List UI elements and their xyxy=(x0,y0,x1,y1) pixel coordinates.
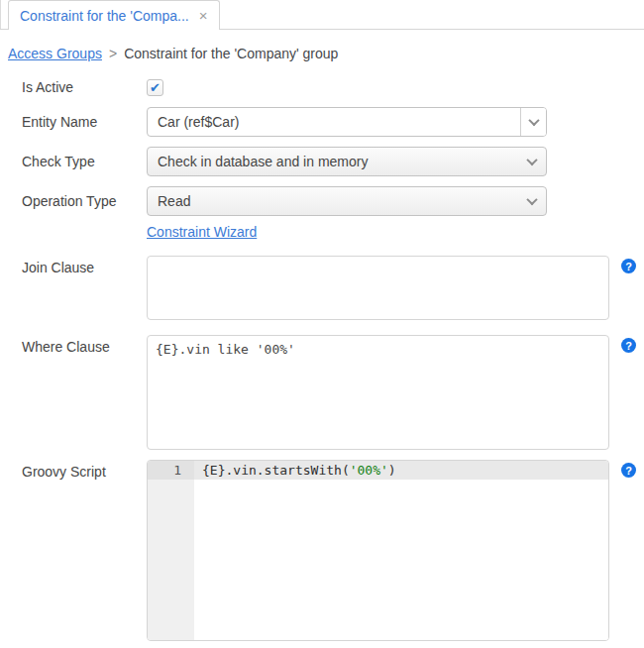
field-row-where-clause: Where Clause {E}.vin like '00%' ? xyxy=(0,335,644,450)
tab-bar: Constraint for the 'Compa... × xyxy=(0,0,644,30)
field-row-wizard: Constraint Wizard xyxy=(0,223,644,241)
where-clause-label: Where Clause xyxy=(22,335,147,355)
field-row-check-type: Check Type Check in database and in memo… xyxy=(0,147,644,176)
line-number: 1 xyxy=(148,461,194,480)
operation-type-label: Operation Type xyxy=(22,193,147,209)
chevron-down-icon xyxy=(528,115,539,126)
entity-name-combobox[interactable]: Car (ref$Car) xyxy=(147,107,547,137)
check-type-select[interactable]: Check in database and in memory xyxy=(147,147,547,176)
constraint-wizard-link[interactable]: Constraint Wizard xyxy=(147,224,257,240)
check-type-value: Check in database and in memory xyxy=(158,154,528,169)
code-editor-empty-area xyxy=(148,480,608,640)
operation-type-value: Read xyxy=(158,193,528,209)
chevron-down-icon xyxy=(526,155,537,165)
is-active-label: Is Active xyxy=(22,79,147,95)
groovy-script-label: Groovy Script xyxy=(22,460,147,480)
breadcrumb-separator: > xyxy=(109,46,117,61)
entity-name-dropdown-button[interactable] xyxy=(520,108,546,136)
help-icon[interactable]: ? xyxy=(621,463,636,478)
entity-name-label: Entity Name xyxy=(22,114,147,130)
field-row-join-clause: Join Clause ? xyxy=(0,256,644,320)
entity-name-value: Car (ref$Car) xyxy=(148,114,520,130)
tab-bar-left-edge xyxy=(0,0,1,30)
join-clause-label: Join Clause xyxy=(22,256,147,275)
field-row-operation-type: Operation Type Read xyxy=(0,186,644,216)
code-area xyxy=(194,480,608,640)
groovy-script-editor[interactable]: 1 {E}.vin.startsWith('00%') xyxy=(147,460,609,641)
code-string-token: '00%' xyxy=(350,463,388,478)
page-title: Constraint for the 'Company' group xyxy=(124,46,338,61)
where-clause-textarea[interactable]: {E}.vin like '00%' xyxy=(147,335,609,450)
code-token: {E}.vin.startsWith( xyxy=(202,463,350,478)
line-number-gutter xyxy=(148,480,194,640)
operation-type-select[interactable]: Read xyxy=(147,186,547,216)
join-clause-textarea[interactable] xyxy=(147,256,609,320)
tab-constraint[interactable]: Constraint for the 'Compa... × xyxy=(8,0,220,30)
groovy-code-line: {E}.vin.startsWith('00%') xyxy=(194,461,608,480)
code-line-active: 1 {E}.vin.startsWith('00%') xyxy=(148,461,608,480)
check-type-label: Check Type xyxy=(22,154,147,169)
field-row-entity-name: Entity Name Car (ref$Car) xyxy=(0,107,644,137)
code-token: ) xyxy=(388,463,396,478)
breadcrumb-link-access-groups[interactable]: Access Groups xyxy=(8,46,102,61)
field-row-groovy-script: Groovy Script 1 {E}.vin.startsWith('00%'… xyxy=(0,460,644,641)
chevron-down-icon xyxy=(526,194,537,205)
checkmark-icon: ✔ xyxy=(150,81,161,94)
tab-title: Constraint for the 'Compa... xyxy=(20,8,189,24)
help-icon[interactable]: ? xyxy=(621,338,636,353)
close-icon[interactable]: × xyxy=(199,8,208,23)
breadcrumb: Access Groups > Constraint for the 'Comp… xyxy=(0,44,644,63)
is-active-checkbox[interactable]: ✔ xyxy=(147,79,163,96)
help-icon[interactable]: ? xyxy=(621,259,636,273)
field-row-is-active: Is Active ✔ xyxy=(0,77,644,97)
